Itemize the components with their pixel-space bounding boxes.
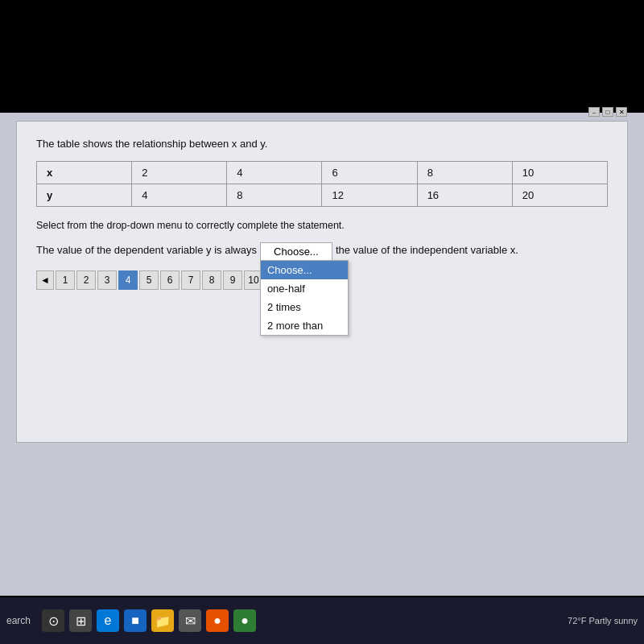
- row-y-4: 4: [132, 184, 227, 207]
- question-intro: The table shows the relationship between…: [36, 138, 608, 150]
- data-table: x 2 4 6 8 10 y 4 8 12 16 20: [36, 161, 608, 207]
- taskbar-grid-icon[interactable]: ⊞: [69, 609, 92, 632]
- taskbar-search-label: earch: [6, 615, 31, 626]
- taskbar-search-icon[interactable]: ⊙: [42, 609, 64, 632]
- page-7[interactable]: 7: [181, 270, 200, 290]
- page-4-active[interactable]: 4: [118, 270, 138, 290]
- taskbar-blue-icon[interactable]: ■: [124, 609, 147, 632]
- row-y-label: y: [37, 184, 132, 207]
- dropdown-container: Choose... Choose... one-half 2 times 2 m…: [260, 242, 332, 261]
- row-y-16: 16: [417, 184, 512, 207]
- dropdown-header[interactable]: Choose...: [261, 261, 348, 279]
- page-5[interactable]: 5: [139, 270, 159, 290]
- dropdown-option-3[interactable]: 2 more than: [261, 316, 348, 335]
- row-x-6: 6: [322, 162, 417, 184]
- dropdown-option-1[interactable]: one-half: [261, 279, 348, 298]
- row-x-8: 8: [417, 162, 512, 184]
- table-row-x: x 2 4 6 8 10: [37, 162, 608, 184]
- taskbar-edge-icon[interactable]: e: [97, 609, 119, 632]
- row-x-4: 4: [227, 162, 322, 184]
- weather-info: 72°F Partly sunny: [568, 616, 638, 625]
- row-y-8: 8: [227, 184, 322, 207]
- instruction-text: Select from the drop-down menu to correc…: [36, 220, 608, 231]
- page-9[interactable]: 9: [223, 270, 242, 290]
- page-6[interactable]: 6: [160, 270, 180, 290]
- page-3[interactable]: 3: [97, 270, 117, 290]
- taskbar-orange-icon[interactable]: ●: [206, 609, 229, 632]
- dropdown-trigger[interactable]: Choose...: [260, 242, 332, 261]
- taskbar-green-icon[interactable]: ●: [233, 609, 256, 632]
- dropdown-option-2[interactable]: 2 times: [261, 298, 348, 316]
- page-2[interactable]: 2: [76, 270, 96, 290]
- row-x-2: 2: [132, 162, 227, 184]
- table-row-y: y 4 8 12 16 20: [37, 184, 608, 207]
- minimize-button[interactable]: –: [588, 107, 600, 117]
- statement-after: the value of the independent variable x.: [336, 242, 518, 259]
- window-titlebar: – □ ✕: [588, 107, 627, 117]
- row-x-10: 10: [512, 162, 607, 184]
- main-window: – □ ✕ The table shows the relationship b…: [16, 121, 628, 443]
- taskbar-mail-icon[interactable]: ✉: [179, 609, 201, 632]
- dropdown-menu: Choose... one-half 2 times 2 more than: [260, 260, 349, 336]
- taskbar-folder-icon[interactable]: 📁: [151, 609, 174, 632]
- page-1[interactable]: 1: [56, 270, 75, 290]
- restore-button[interactable]: □: [602, 107, 613, 117]
- row-y-20: 20: [512, 184, 607, 207]
- row-y-12: 12: [322, 184, 417, 207]
- taskbar: earch ⊙ ⊞ e ■ 📁 ✉ ● ● 72°F Partly sunny: [0, 597, 644, 644]
- statement-row: The value of the dependent variable y is…: [36, 242, 608, 261]
- close-button[interactable]: ✕: [616, 107, 627, 117]
- page-8[interactable]: 8: [202, 270, 221, 290]
- statement-before: The value of the dependent variable y is…: [36, 242, 257, 259]
- prev-page-button[interactable]: ◄: [36, 270, 54, 290]
- row-x-label: x: [37, 162, 132, 184]
